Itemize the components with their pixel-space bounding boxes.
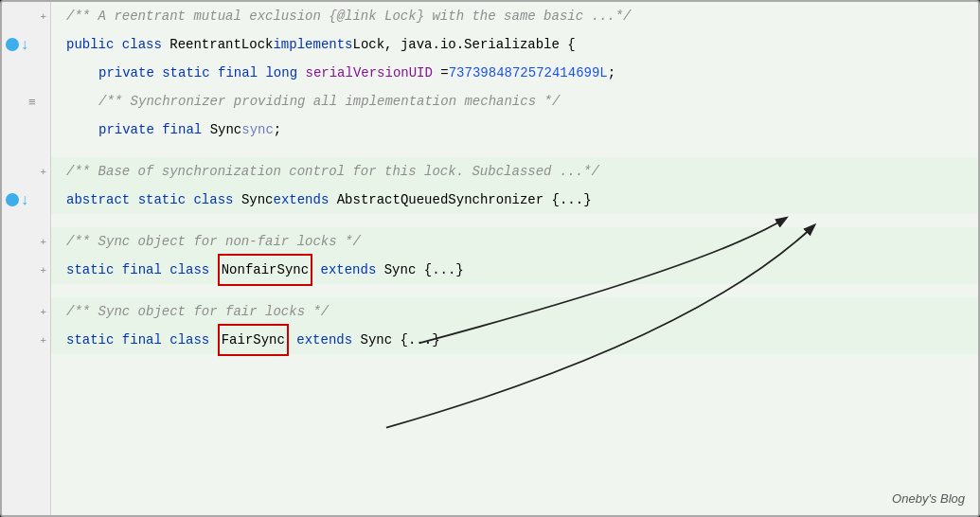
code-line-5: private final Sync sync; xyxy=(51,116,978,144)
code-line-2: public class ReentrantLock implements Lo… xyxy=(51,30,978,59)
implements-text: Lock, java.io.Serializable { xyxy=(352,30,575,59)
kw-implements: implements xyxy=(273,30,352,59)
gutter-line-5 xyxy=(2,116,50,144)
main-container: + ↓ ≡ + ↓ + + xyxy=(0,0,980,517)
kw-private-5: private xyxy=(98,116,154,144)
gutter-line-6: + xyxy=(2,157,50,186)
gutter-line-10: + xyxy=(2,297,50,326)
sync-ref: sync xyxy=(241,116,274,144)
kw-class-11: class xyxy=(169,326,209,354)
gutter-gap-1 xyxy=(2,144,50,157)
kw-final-11: final xyxy=(122,326,162,354)
gutter-line-8: + xyxy=(2,227,50,256)
step-arrow-2: ↓ xyxy=(21,36,28,53)
breakpoint-7 xyxy=(6,193,19,206)
kw-final-5: final xyxy=(162,116,202,144)
gutter-line-1: + xyxy=(2,2,50,30)
expand-icon-11[interactable]: + xyxy=(41,334,46,346)
kw-class-9: class xyxy=(169,256,209,284)
expand-icon-6[interactable]: + xyxy=(41,166,46,177)
class-name: ReentrantLock xyxy=(169,30,273,59)
expand-icon-8[interactable]: + xyxy=(41,236,46,247)
kw-final-9: final xyxy=(122,256,162,284)
sync-ref-9: Sync {...} xyxy=(384,256,464,284)
serial-uid: serialVersionUID xyxy=(305,59,432,87)
kw-static-7: static xyxy=(138,186,186,214)
nonfairsync-class: NonfairSync xyxy=(218,254,312,286)
align-icon: ≡ xyxy=(28,95,36,109)
step-arrow-7: ↓ xyxy=(21,191,28,208)
comment-10: /** Sync object for fair locks */ xyxy=(66,297,329,326)
gutter-line-9: + xyxy=(2,256,50,284)
code-line-11: static final class FairSync extends Sync… xyxy=(51,326,978,354)
gutter-line-3 xyxy=(2,59,50,87)
equals: = xyxy=(440,59,448,87)
gutter-line-2: ↓ xyxy=(2,30,50,59)
code-line-4: /** Synchronizer providing all implement… xyxy=(51,87,978,116)
semicolon-3: ; xyxy=(608,59,615,87)
kw-final-3: final xyxy=(218,59,258,87)
breakpoint-2 xyxy=(6,38,19,51)
kw-extends-9: extends xyxy=(321,256,377,284)
fairsync-class: FairSync xyxy=(218,324,289,356)
kw-class-7: class xyxy=(193,186,233,214)
section-gap-2 xyxy=(51,214,978,227)
gutter-line-11: + xyxy=(2,326,50,354)
section-gap-1 xyxy=(51,144,978,157)
watermark: Oneby's Blog xyxy=(892,491,965,506)
expand-icon-9[interactable]: + xyxy=(41,264,46,276)
code-area: /** A reentrant mutual exclusion {@link … xyxy=(51,2,978,515)
kw-static-3: static xyxy=(162,59,209,87)
gutter-line-4: ≡ xyxy=(2,87,50,116)
serial-number: 7373984872572414699L xyxy=(449,59,608,87)
gutter-gap-2 xyxy=(2,214,50,227)
expand-icon-10[interactable]: + xyxy=(41,306,46,317)
kw-long-3: long xyxy=(265,59,297,87)
gutter-line-7: ↓ xyxy=(2,186,50,214)
aqs-name: AbstractQueuedSynchronizer {...} xyxy=(337,186,592,214)
kw-static-9: static xyxy=(66,256,114,284)
code-line-7: abstract static class Sync extends Abstr… xyxy=(51,186,978,214)
code-block: /** A reentrant mutual exclusion {@link … xyxy=(51,2,978,354)
kw-static-11: static xyxy=(66,326,114,354)
section-gap-3 xyxy=(51,284,978,297)
comment-4: /** Synchronizer providing all implement… xyxy=(98,87,560,116)
expand-icon-1[interactable]: + xyxy=(41,10,46,22)
sync-ref-11: Sync {...} xyxy=(361,326,440,354)
kw-private-3: private xyxy=(98,59,154,87)
code-line-8: /** Sync object for non-fair locks */ xyxy=(51,227,978,256)
code-line-9: static final class NonfairSync extends S… xyxy=(51,256,978,284)
semicolon-5: ; xyxy=(274,116,281,144)
comment-1: /** A reentrant mutual exclusion {@link … xyxy=(66,2,632,30)
sync-name: Sync xyxy=(241,186,274,214)
kw-public: public xyxy=(66,30,114,59)
gutter-gap-3 xyxy=(2,284,50,297)
code-line-6: /** Base of synchronization control for … xyxy=(51,157,978,186)
code-gutter: + ↓ ≡ + ↓ + + xyxy=(2,2,51,515)
kw-extends-11: extends xyxy=(296,326,352,354)
code-line-1: /** A reentrant mutual exclusion {@link … xyxy=(51,2,978,30)
kw-class: class xyxy=(122,30,162,59)
code-line-3: private static final long serialVersionU… xyxy=(51,59,978,87)
comment-8: /** Sync object for non-fair locks */ xyxy=(66,227,361,256)
kw-extends-7: extends xyxy=(273,186,329,214)
sync-class-5: Sync xyxy=(210,116,242,144)
code-line-10: /** Sync object for fair locks */ xyxy=(51,297,978,326)
kw-abstract: abstract xyxy=(66,186,130,214)
comment-6: /** Base of synchronization control for … xyxy=(66,157,599,186)
